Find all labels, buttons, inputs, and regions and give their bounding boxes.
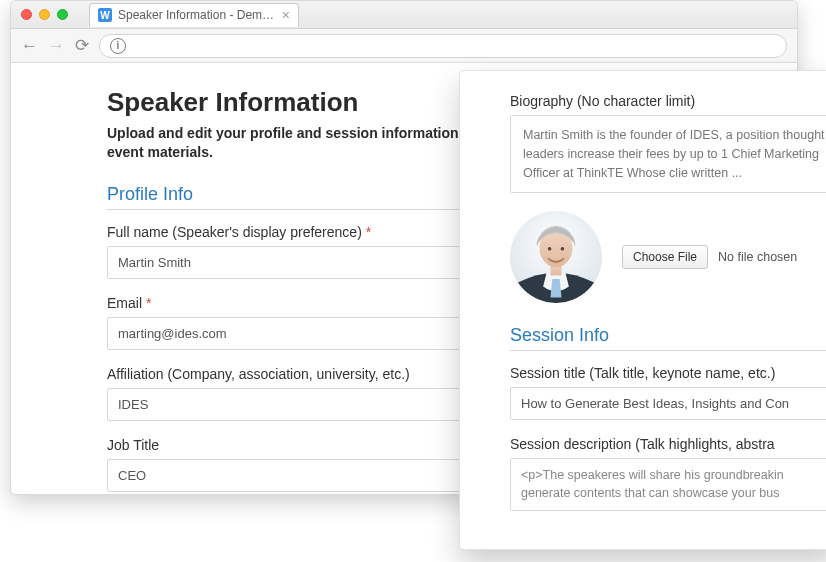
- window-zoom-button[interactable]: [57, 9, 68, 20]
- url-bar[interactable]: i: [99, 34, 787, 58]
- site-info-icon[interactable]: i: [110, 38, 126, 54]
- back-button[interactable]: ←: [21, 36, 38, 56]
- window-titlebar: W Speaker Information - Demo E ×: [11, 1, 797, 29]
- avatar: [510, 211, 602, 303]
- job-title-label: Job Title: [107, 437, 477, 453]
- session-description-textarea[interactable]: <p>The speakeres will share his groundbr…: [510, 458, 826, 511]
- field-job-title: Job Title: [107, 437, 477, 492]
- biography-textarea[interactable]: Martin Smith is the founder of IDES, a p…: [510, 115, 826, 193]
- session-title-input[interactable]: [510, 387, 826, 420]
- side-panel: Biography (No character limit) Martin Sm…: [459, 70, 826, 550]
- tab-title: Speaker Information - Demo E: [118, 8, 276, 22]
- browser-toolbar: ← → ⟳ i: [11, 29, 797, 63]
- full-name-label: Full name (Speaker's display preference)…: [107, 224, 477, 240]
- section-rule-session: [510, 350, 826, 351]
- page-subtitle: Upload and edit your profile and session…: [107, 124, 487, 162]
- reload-button[interactable]: ⟳: [75, 35, 89, 56]
- section-heading-session: Session Info: [510, 325, 826, 346]
- photo-row: Choose File No file chosen: [510, 211, 826, 303]
- field-session-description: Session description (Talk highlights, ab…: [510, 436, 826, 511]
- email-label-text: Email: [107, 295, 142, 311]
- job-title-input[interactable]: [107, 459, 477, 492]
- browser-tab[interactable]: W Speaker Information - Demo E ×: [89, 3, 299, 27]
- window-minimize-button[interactable]: [39, 9, 50, 20]
- tab-close-icon[interactable]: ×: [282, 8, 290, 22]
- svg-point-5: [561, 247, 565, 251]
- forward-button[interactable]: →: [48, 36, 65, 56]
- avatar-image: [510, 211, 602, 303]
- file-status-text: No file chosen: [718, 250, 797, 264]
- field-full-name: Full name (Speaker's display preference)…: [107, 224, 477, 279]
- email-label: Email *: [107, 295, 477, 311]
- session-description-label: Session description (Talk highlights, ab…: [510, 436, 826, 452]
- window-close-button[interactable]: [21, 9, 32, 20]
- affiliation-input[interactable]: [107, 388, 477, 421]
- field-session-title: Session title (Talk title, keynote name,…: [510, 365, 826, 420]
- tab-favicon: W: [98, 8, 112, 22]
- affiliation-label: Affiliation (Company, association, unive…: [107, 366, 477, 382]
- required-mark: *: [146, 295, 151, 311]
- required-mark: *: [366, 224, 371, 240]
- biography-label: Biography (No character limit): [510, 93, 826, 109]
- window-controls: [21, 9, 68, 20]
- full-name-input[interactable]: [107, 246, 477, 279]
- field-affiliation: Affiliation (Company, association, unive…: [107, 366, 477, 421]
- email-input[interactable]: [107, 317, 477, 350]
- full-name-label-text: Full name (Speaker's display preference): [107, 224, 362, 240]
- file-upload: Choose File No file chosen: [622, 245, 797, 269]
- choose-file-button[interactable]: Choose File: [622, 245, 708, 269]
- section-rule: [107, 209, 477, 210]
- svg-point-4: [548, 247, 552, 251]
- session-title-label: Session title (Talk title, keynote name,…: [510, 365, 826, 381]
- field-email: Email *: [107, 295, 477, 350]
